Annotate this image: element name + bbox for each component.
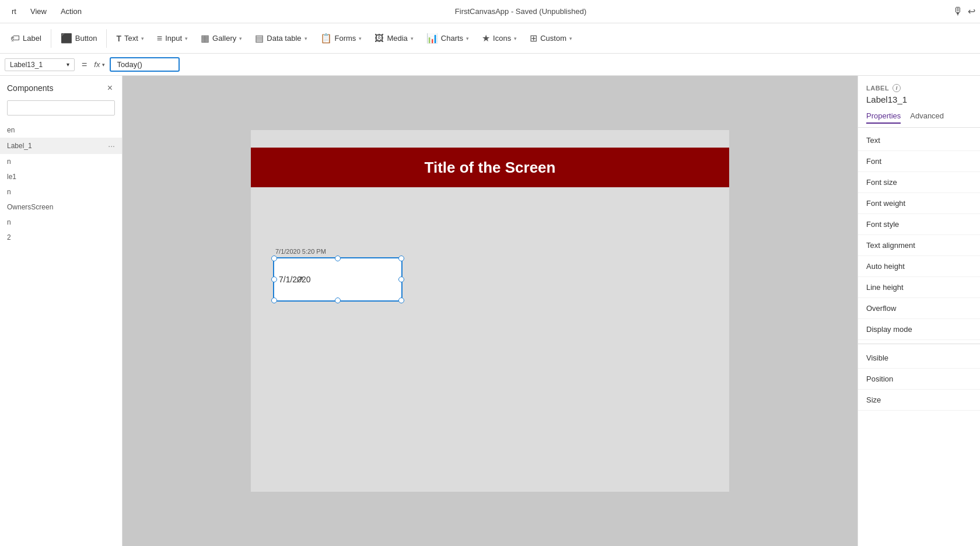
app-title: FirstCanvasApp - Saved (Unpublished) xyxy=(91,7,950,16)
input-icon: ≡ xyxy=(157,33,162,44)
ribbon-button[interactable]: ⬛ Button xyxy=(55,29,103,47)
prop-overflow[interactable]: Overflow xyxy=(858,298,980,319)
prop-fontsize-label: Font size xyxy=(866,178,897,187)
ribbon-text-label: Text xyxy=(124,34,138,43)
main-layout: Components × en Label_1 ··· n le1 n Owne… xyxy=(0,76,980,546)
formula-fx-button[interactable]: fx ▾ xyxy=(94,60,105,69)
ribbon-icons[interactable]: ★ Icons ▾ xyxy=(476,29,523,47)
ribbon-label-text: Label xyxy=(23,34,41,43)
handle-bottom-left[interactable] xyxy=(271,298,277,303)
screen-title-banner: Title of the Screen xyxy=(251,148,729,187)
icons-chevron-icon: ▾ xyxy=(514,36,517,41)
handle-top-right[interactable] xyxy=(398,256,404,261)
undo-icon[interactable]: ↩ xyxy=(968,6,975,17)
ribbon-gallery-text: Gallery xyxy=(212,34,236,43)
prop-lineheight[interactable]: Line height xyxy=(858,277,980,298)
ribbon-label[interactable]: 🏷 Label xyxy=(5,30,47,47)
prop-fontstyle[interactable]: Font style xyxy=(858,214,980,235)
canvas-screen[interactable]: Title of the Screen 7/1/2020 5:20 PM 7/1… xyxy=(251,130,729,492)
sidebar-item-le1-label: le1 xyxy=(7,173,16,181)
label-selected-element[interactable]: 7/1/2020 xyxy=(273,257,402,302)
formula-input[interactable]: Today() xyxy=(110,57,180,72)
prop-fontstyle-label: Font style xyxy=(866,220,899,229)
prop-font-label: Font xyxy=(866,157,881,166)
menu-item-view[interactable]: View xyxy=(23,0,54,23)
prop-autoheight[interactable]: Auto height xyxy=(858,256,980,277)
menu-item-action[interactable]: Action xyxy=(54,0,89,23)
sidebar-item-n1[interactable]: n xyxy=(0,154,122,169)
handle-bottom-right[interactable] xyxy=(398,298,404,303)
ribbon-datatable-text: Data table xyxy=(267,34,301,43)
custom-icon: ⊞ xyxy=(530,33,537,44)
prop-fontsize[interactable]: Font size xyxy=(858,172,980,193)
sidebar-item-label1-text: Label_1 xyxy=(7,142,32,150)
text-icon: T xyxy=(116,34,121,43)
ribbon-text[interactable]: T Text ▾ xyxy=(110,30,149,47)
rt-label: rt xyxy=(12,7,16,16)
handle-middle-left[interactable] xyxy=(271,276,277,282)
ribbon-custom[interactable]: ⊞ Custom ▾ xyxy=(524,29,578,47)
prop-position[interactable]: Position xyxy=(858,369,980,390)
sidebar-item-ownersscreen-label: OwnersScreen xyxy=(7,203,53,211)
prop-text-label: Text xyxy=(866,136,880,145)
ribbon-custom-text: Custom xyxy=(540,34,566,43)
sidebar-close-button[interactable]: × xyxy=(105,82,115,94)
formula-fx-chevron-icon: ▾ xyxy=(102,62,105,68)
media-chevron-icon: ▾ xyxy=(411,36,414,41)
sidebar-item-n3[interactable]: n xyxy=(0,215,122,230)
handle-bottom-middle[interactable] xyxy=(335,298,341,303)
ribbon-media-text: Media xyxy=(387,34,407,43)
sidebar-item-ownersscreen[interactable]: OwnersScreen xyxy=(0,200,122,215)
sidebar-item-n3-label: n xyxy=(7,218,11,226)
tab-advanced[interactable]: Advanced xyxy=(910,109,944,124)
prop-displaymode[interactable]: Display mode xyxy=(858,319,980,340)
prop-displaymode-label: Display mode xyxy=(866,325,912,334)
info-icon[interactable]: i xyxy=(892,84,901,92)
prop-textalignment[interactable]: Text alignment xyxy=(858,235,980,256)
ribbon-input-text: Input xyxy=(165,34,182,43)
ribbon-forms[interactable]: 📋 Forms ▾ xyxy=(314,29,368,47)
microphone-icon[interactable]: 🎙 xyxy=(953,5,963,18)
ribbon-sep-1 xyxy=(51,29,51,48)
sidebar-item-n1-label: n xyxy=(7,158,11,166)
menu-item-rt[interactable]: rt xyxy=(5,0,23,23)
handle-middle-right[interactable] xyxy=(398,276,404,282)
prop-visible[interactable]: Visible xyxy=(858,348,980,369)
sidebar-search-input[interactable] xyxy=(7,100,115,116)
component-type-indicator: LABEL i xyxy=(866,84,972,92)
ribbon-forms-text: Forms xyxy=(335,34,356,43)
handle-top-middle[interactable] xyxy=(335,256,341,261)
datatable-chevron-icon: ▾ xyxy=(304,36,307,41)
datatable-icon: ▤ xyxy=(255,33,264,44)
ribbon-charts-text: Charts xyxy=(441,34,463,43)
prop-fontweight[interactable]: Font weight xyxy=(858,193,980,214)
canvas-area[interactable]: Title of the Screen 7/1/2020 5:20 PM 7/1… xyxy=(123,76,858,546)
sidebar-item-en[interactable]: en xyxy=(0,123,122,138)
prop-lineheight-label: Line height xyxy=(866,283,904,292)
sidebar-item-label1[interactable]: Label_1 ··· xyxy=(0,138,122,154)
prop-text[interactable]: Text xyxy=(858,130,980,151)
component-name: Label13_1 xyxy=(866,94,972,104)
sidebar-item-le1[interactable]: le1 xyxy=(0,169,122,184)
prop-size[interactable]: Size xyxy=(858,390,980,411)
sidebar-item-2[interactable]: 2 xyxy=(0,230,122,245)
sidebar-item-n2[interactable]: n xyxy=(0,184,122,200)
button-icon: ⬛ xyxy=(61,33,72,44)
formula-equals: = xyxy=(79,60,89,70)
ribbon-gallery[interactable]: ▦ Gallery ▾ xyxy=(195,29,248,47)
formula-component-dropdown[interactable]: Label13_1 ▾ xyxy=(5,58,75,71)
tab-properties[interactable]: Properties xyxy=(866,109,901,124)
ribbon-datatable[interactable]: ▤ Data table ▾ xyxy=(249,29,313,47)
ribbon-charts[interactable]: 📊 Charts ▾ xyxy=(421,29,475,47)
prop-textalignment-label: Text alignment xyxy=(866,241,915,250)
top-menu: rt View Action xyxy=(5,0,89,23)
more-options-icon[interactable]: ··· xyxy=(108,141,115,150)
media-icon: 🖼 xyxy=(374,33,384,44)
forms-chevron-icon: ▾ xyxy=(359,36,362,41)
prop-visible-label: Visible xyxy=(866,354,888,362)
sidebar-title: Components xyxy=(7,83,53,93)
ribbon-media[interactable]: 🖼 Media ▾ xyxy=(369,30,419,47)
prop-font[interactable]: Font xyxy=(858,151,980,172)
ribbon-input[interactable]: ≡ Input ▾ xyxy=(151,30,194,47)
handle-top-left[interactable] xyxy=(271,256,277,261)
